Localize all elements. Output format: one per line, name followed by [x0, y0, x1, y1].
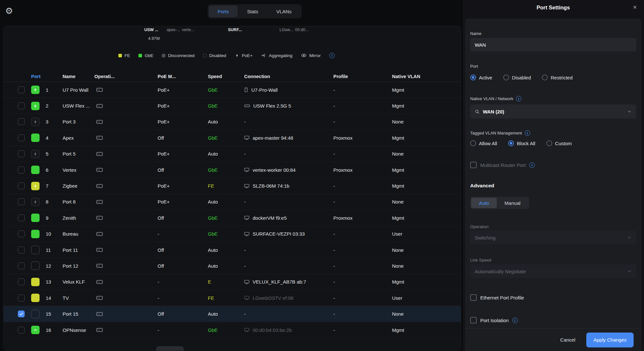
gear-icon[interactable]: ⚙ [5, 6, 13, 16]
client-icon [244, 135, 249, 140]
ethernet-port-profile-checkbox[interactable]: Ethernet Port Profile [470, 294, 524, 301]
radio-restricted[interactable]: Restricted [542, 75, 573, 80]
table-row[interactable]: 6VertexOffGbEvertex-worker 00:84ProxmoxM… [4, 162, 461, 178]
link-speed-select[interactable]: Automatically Negotiate [470, 264, 636, 278]
pagination-pill[interactable] [156, 346, 184, 351]
port-name: Zenith [63, 210, 76, 226]
radio-custom[interactable]: Custom [546, 140, 572, 146]
port-state-label: Port [470, 64, 478, 69]
port-speed: FE [208, 178, 214, 193]
port-number: 2 [46, 98, 48, 113]
operation-device-icon [96, 82, 103, 98]
row-checkbox[interactable] [18, 247, 25, 253]
table-row[interactable]: 7ZigbeePoE+FESLZB-06M 74:1b-Mgmt [4, 178, 461, 194]
row-checkbox[interactable] [18, 118, 25, 125]
view-tabbar: Ports Stats VLANs [208, 4, 302, 18]
tab-stats[interactable]: Stats [238, 6, 267, 17]
apply-changes-button[interactable]: Apply Changes [586, 333, 634, 347]
legend-info-icon[interactable] [329, 53, 335, 58]
radio-label: Active [479, 75, 492, 80]
port-speed: GbE [208, 322, 218, 338]
port-status-icon [31, 86, 40, 94]
table-row[interactable]: 12Port 12OffAuto--None [4, 258, 461, 274]
column-header-speed[interactable]: Speed [208, 71, 222, 82]
tab-ports[interactable]: Ports [209, 6, 238, 17]
tagged-vlan-info-icon[interactable] [525, 130, 530, 136]
port-speed: GbE [208, 98, 218, 113]
connection: apex-master 94:48 [244, 130, 293, 146]
segment-auto[interactable]: Auto [471, 198, 497, 208]
port-number: 9 [46, 210, 48, 226]
row-checkbox[interactable] [18, 87, 25, 93]
row-checkbox[interactable] [18, 263, 25, 269]
column-header-port[interactable]: Port [31, 71, 41, 82]
close-icon[interactable]: × [633, 3, 637, 11]
multicast-info-icon[interactable] [529, 162, 535, 168]
table-row[interactable]: 13Velux KLF-EVELUX_KLF_AB7B ab:7-Mgmt [4, 274, 461, 290]
port-name-input[interactable]: WAN [470, 38, 636, 52]
tab-vlans[interactable]: VLANs [268, 6, 300, 17]
column-header-connection[interactable]: Connection [244, 71, 270, 82]
operation-device-icon [96, 274, 103, 290]
port-speed: GbE [208, 162, 218, 178]
operation-select[interactable]: Switching [470, 231, 636, 244]
table-row[interactable]: 2USW Flex ...PoE+GbEUSW Flex 2.5G 5-Mgmt [4, 98, 461, 114]
poe-mode: - [158, 226, 159, 242]
row-checkbox[interactable] [18, 182, 25, 189]
row-checkbox[interactable] [18, 278, 25, 285]
table-row[interactable]: 5Port 5PoE+Auto--None [4, 146, 461, 162]
row-checkbox[interactable] [18, 135, 25, 141]
row-checkbox[interactable] [18, 215, 25, 221]
column-header-poe-mode[interactable]: PoE M... [158, 71, 176, 82]
row-checkbox[interactable] [18, 230, 25, 237]
row-checkbox[interactable] [18, 327, 25, 333]
native-vlan: Mgmt [392, 82, 404, 98]
row-checkbox[interactable] [18, 102, 25, 109]
table-row[interactable]: 14TV-FELGwebOSTV ef:08-User [4, 290, 461, 306]
native-vlan: None [392, 146, 404, 162]
native-vlan: None [392, 242, 404, 258]
radio-active[interactable]: Active [470, 75, 492, 80]
table-row[interactable]: 16OPNsense-GbE00:d0:b4:03:be:2b-Mgmt [4, 322, 461, 338]
radio-block-all[interactable]: Block All [508, 140, 535, 146]
operation-device-icon [96, 162, 103, 178]
column-header-operation[interactable]: Operati... [94, 71, 115, 82]
native-vlan-info-icon[interactable] [516, 96, 521, 101]
radio-label: Allow All [479, 141, 497, 146]
poe-mode: PoE+ [158, 178, 170, 193]
port-name: Zigbee [63, 178, 78, 193]
table-row[interactable]: 15Port 15OffAuto--None [4, 306, 461, 322]
table-row[interactable]: 11Port 11OffAuto--None [4, 242, 461, 258]
port-isolation-info-icon[interactable] [512, 318, 518, 323]
table-row[interactable]: 8Port 8PoE+Auto--None [4, 194, 461, 210]
native-vlan: None [392, 258, 404, 274]
radio-circle [503, 75, 509, 80]
radio-allow-all[interactable]: Allow All [470, 140, 497, 146]
port-isolation-checkbox[interactable]: Port Isolation [470, 317, 518, 323]
native-vlan-select[interactable]: WAN (20) [470, 104, 636, 119]
segment-manual[interactable]: Manual [497, 198, 528, 208]
row-checkbox[interactable] [18, 198, 25, 205]
table-row[interactable]: 3Port 3PoE+Auto--None [4, 114, 461, 130]
cancel-button[interactable]: Cancel [560, 337, 576, 343]
poe-mode: PoE+ [158, 98, 170, 113]
table-row[interactable]: 1U7 Pro WallPoE+GbEU7-Pro-Wall-Mgmt [4, 82, 461, 98]
radio-label: Restricted [551, 75, 573, 80]
table-row[interactable]: 10Bureau-GbESURFACE-VEZPI 03:33-User [4, 226, 461, 242]
profile: Proxmox [333, 162, 352, 178]
row-checkbox[interactable] [18, 150, 25, 157]
row-checkbox[interactable] [18, 295, 25, 301]
port-speed: Auto [208, 258, 218, 274]
column-header-profile[interactable]: Profile [333, 71, 348, 82]
column-header-native-vlan[interactable]: Native VLAN [392, 71, 420, 82]
fe-swatch [118, 54, 122, 57]
column-header-name[interactable]: Name [63, 71, 76, 82]
radio-disabled[interactable]: Disabled [503, 75, 531, 80]
port-number: 4 [46, 130, 48, 146]
port-name: Port 5 [63, 146, 76, 162]
table-row[interactable]: 4ApexOffGbEapex-master 94:48ProxmoxMgmt [4, 130, 461, 146]
row-checkbox[interactable] [18, 167, 25, 173]
table-row[interactable]: 9ZenithOffGbEdockerVM f9:e5ProxmoxMgmt [4, 210, 461, 226]
multicast-router-port-checkbox[interactable]: Multicast Router Port [470, 162, 535, 168]
row-checkbox[interactable] [18, 310, 25, 317]
